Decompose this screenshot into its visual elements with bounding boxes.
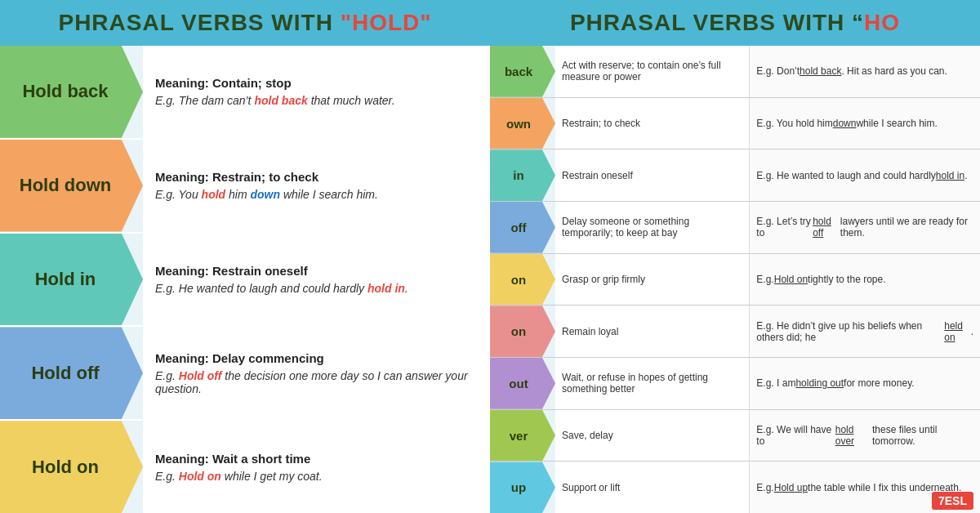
- phrasal-item-hold-back: Hold back Meaning: Contain; stop E.g. Th…: [0, 46, 490, 140]
- phrasal-meaning-hold-back: Meaning: Contain; stop: [155, 76, 478, 90]
- example-underline: hold off: [813, 216, 840, 239]
- example-highlight: hold back: [254, 94, 307, 107]
- col-label-back: back: [490, 46, 555, 97]
- phrasal-example-hold-back: E.g. The dam can’t hold back that much w…: [155, 94, 478, 107]
- col-label-down: own: [490, 98, 555, 149]
- table-row-over: ver Save, delay E.g. We will have to hol…: [490, 410, 980, 462]
- logo: 7ESL: [932, 492, 973, 510]
- right-title: PHRASAL VERBS WITH “HO: [490, 0, 980, 46]
- col-meaning-up: Support or lift: [555, 462, 750, 513]
- phrasal-meaning-hold-on: Meaning: Wait a short time: [155, 452, 478, 466]
- phrasal-label-hold-on: Hold on: [0, 421, 143, 513]
- left-title-highlight: "HOLD": [341, 10, 432, 35]
- col-example-back: E.g. Don’t hold back. Hit as hard as you…: [750, 46, 980, 97]
- phrasal-item-hold-on: Hold on Meaning: Wait a short time E.g. …: [0, 421, 490, 513]
- col-meaning-over: Save, delay: [555, 410, 750, 462]
- col-meaning-down: Restrain; to check: [555, 98, 750, 149]
- col-label-in: in: [490, 149, 555, 201]
- phrasal-example-hold-in: E.g. He wanted to laugh and could hardly…: [155, 282, 478, 295]
- right-table: back Act with reserve; to contain one’s …: [490, 46, 980, 513]
- example-underline: hold over: [835, 424, 872, 447]
- phrasal-content-hold-on: Meaning: Wait a short time E.g. Hold on …: [143, 421, 490, 513]
- phrasal-label-hold-down: Hold down: [0, 140, 143, 232]
- phrasal-item-hold-down: Hold down Meaning: Restrain; to check E.…: [0, 140, 490, 234]
- table-row-on-loyal: on Remain loyal E.g. He didn’t give up h…: [490, 306, 980, 358]
- col-example-in: E.g. He wanted to laugh and could hardly…: [750, 149, 980, 201]
- phrasal-item-hold-off: Hold off Meaning: Delay commencing E.g. …: [0, 327, 490, 421]
- phrasal-example-hold-on: E.g. Hold on while I get my coat.: [155, 470, 478, 483]
- phrasal-label-hold-in: Hold in: [0, 234, 143, 326]
- table-row-in: in Restrain oneself E.g. He wanted to la…: [490, 149, 980, 202]
- col-meaning-on-grip: Grasp or grip firmly: [555, 254, 750, 306]
- col-meaning-back: Act with reserve; to contain one’s full …: [555, 46, 750, 97]
- col-label-up: up: [490, 462, 555, 513]
- table-row-down: own Restrain; to check E.g. You hold him…: [490, 98, 980, 150]
- example-highlight: Hold off: [179, 369, 222, 382]
- col-example-over: E.g. We will have to hold over these fil…: [750, 410, 980, 462]
- col-label-out: out: [490, 358, 555, 409]
- table-row-back: back Act with reserve; to contain one’s …: [490, 46, 980, 98]
- example-underline: Hold on: [774, 274, 808, 285]
- example-highlight: Hold on: [179, 470, 221, 483]
- phrasal-label-hold-back: Hold back: [0, 46, 143, 138]
- phrasal-item-hold-in: Hold in Meaning: Restrain oneself E.g. H…: [0, 234, 490, 328]
- example-highlight: hold in: [368, 282, 405, 295]
- left-panel: PHRASAL VERBS WITH "HOLD" Hold back Mean…: [0, 0, 490, 513]
- phrasal-content-hold-back: Meaning: Contain; stop E.g. The dam can’…: [143, 46, 490, 138]
- right-panel: PHRASAL VERBS WITH “HO back Act with res…: [490, 0, 980, 513]
- col-example-down: E.g. You hold him down while I search hi…: [750, 98, 980, 149]
- logo-text: 7ESL: [938, 494, 967, 507]
- example-underline: hold in: [936, 170, 964, 181]
- phrasal-example-hold-off: E.g. Hold off the decision one more day …: [155, 369, 478, 395]
- phrasal-meaning-hold-down: Meaning: Restrain; to check: [155, 170, 478, 184]
- col-meaning-off: Delay someone or something temporarily; …: [555, 202, 750, 253]
- phrasal-content-hold-down: Meaning: Restrain; to check E.g. You hol…: [143, 140, 490, 232]
- phrasal-example-hold-down: E.g. You hold him down while I search hi…: [155, 188, 478, 201]
- col-example-off: E.g. Let’s try to hold off lawyers until…: [750, 202, 980, 253]
- col-example-on-grip: E.g. Hold on tightly to the rope.: [750, 254, 980, 306]
- table-row-on-grip: on Grasp or grip firmly E.g. Hold on tig…: [490, 254, 980, 306]
- example-underline: Hold up: [774, 482, 808, 493]
- col-label-on-loyal: on: [490, 306, 555, 357]
- col-label-on-grip: on: [490, 254, 555, 306]
- col-example-out: E.g. I am holding out for more money.: [750, 358, 980, 409]
- example-underline: holding out: [795, 377, 844, 389]
- col-meaning-in: Restrain oneself: [555, 149, 750, 201]
- table-row-out: out Wait, or refuse in hopes of getting …: [490, 358, 980, 410]
- col-label-over: ver: [490, 410, 555, 462]
- example-highlight-2: down: [250, 188, 280, 201]
- phrasal-meaning-hold-in: Meaning: Restrain oneself: [155, 264, 478, 278]
- example-underline: down: [833, 118, 857, 129]
- col-meaning-on-loyal: Remain loyal: [555, 306, 750, 357]
- example-underline: hold back: [800, 65, 841, 77]
- table-row-up: up Support or lift E.g. Hold up the tabl…: [490, 462, 980, 513]
- col-label-off: off: [490, 202, 555, 253]
- left-title: PHRASAL VERBS WITH "HOLD": [0, 0, 490, 46]
- col-meaning-out: Wait, or refuse in hopes of getting some…: [555, 358, 750, 409]
- phrasal-label-hold-off: Hold off: [0, 327, 143, 419]
- left-title-text: PHRASAL VERBS WITH: [58, 10, 340, 35]
- example-underline: held on: [944, 320, 970, 343]
- col-example-on-loyal: E.g. He didn’t give up his beliefs when …: [750, 306, 980, 357]
- example-highlight: hold: [202, 188, 226, 201]
- table-row-off: off Delay someone or something temporari…: [490, 202, 980, 254]
- phrasal-meaning-hold-off: Meaning: Delay commencing: [155, 351, 478, 365]
- right-title-text: PHRASAL VERBS WITH “HO: [570, 10, 900, 35]
- phrasal-content-hold-off: Meaning: Delay commencing E.g. Hold off …: [143, 327, 490, 419]
- phrasal-content-hold-in: Meaning: Restrain oneself E.g. He wanted…: [143, 234, 490, 326]
